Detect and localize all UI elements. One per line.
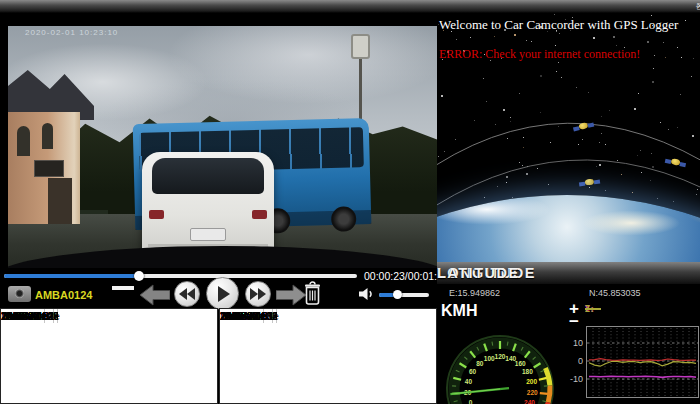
rewind-button[interactable] xyxy=(174,281,200,307)
svg-text:200: 200 xyxy=(526,378,537,385)
previous-file-button[interactable] xyxy=(140,284,170,306)
rewind-icon xyxy=(178,287,196,301)
video-scene-road-sign xyxy=(351,34,370,59)
svg-text:220: 220 xyxy=(527,389,538,396)
coordinates-bar: LONGITUDE LATITUDE xyxy=(437,262,700,284)
arrow-right-icon xyxy=(276,284,306,306)
current-file-label: AMBA0124 xyxy=(35,289,92,301)
video-scene-car-plate xyxy=(190,228,226,241)
video-scene-church-window xyxy=(17,126,30,156)
file-table-right: File NameDateTimeGPS FileAMBA01302020-02… xyxy=(219,308,437,404)
y-axis-tick-label: -10 xyxy=(569,374,583,384)
trash-icon xyxy=(304,281,321,305)
svg-text:120: 120 xyxy=(495,353,506,360)
car-camcorder-app: — ▢ ✕ 2020-02-01 10:2 xyxy=(0,0,700,404)
table-cell: Available xyxy=(220,309,266,322)
volume-mute-button[interactable] xyxy=(359,287,375,301)
video-scene-church-door xyxy=(48,178,72,224)
delete-button[interactable] xyxy=(304,281,321,305)
file-table-left: File NameDateTimeGPS FileAMBA01242020-02… xyxy=(0,308,218,404)
svg-text:180: 180 xyxy=(522,368,533,375)
svg-text:40: 40 xyxy=(465,378,473,385)
speed-unit-label: KMH xyxy=(441,302,477,320)
table-cell: Unavailable xyxy=(1,309,60,322)
fast-forward-button[interactable] xyxy=(245,281,271,307)
seek-bar-fill xyxy=(4,274,139,278)
window-titlebar: — ▢ ✕ xyxy=(0,0,700,13)
video-scene-car-taillight xyxy=(252,210,267,219)
svg-text:60: 60 xyxy=(469,368,477,375)
longitude-value: E:15.949862 xyxy=(449,288,500,298)
time-display: 00:00:23/00:01:00 xyxy=(364,270,449,282)
svg-text:80: 80 xyxy=(476,360,484,367)
latitude-value: N:45.853035 xyxy=(589,288,641,298)
svg-text:0: 0 xyxy=(469,399,473,404)
error-message: ERROR: Check your internet connection! xyxy=(439,47,698,62)
volume-slider-handle[interactable] xyxy=(393,290,402,299)
welcome-title: Welcome to Car Camcorder with GPS Logger xyxy=(439,17,698,33)
seek-bar[interactable] xyxy=(4,274,357,278)
accelerometer-chart xyxy=(586,326,699,398)
play-button[interactable] xyxy=(206,277,239,310)
svg-text:100: 100 xyxy=(484,355,495,362)
speedometer-gauge: 020406080100120140160180200220240 xyxy=(441,323,559,404)
latitude-label: LATITUDE xyxy=(437,265,520,281)
chart-zoom-out-button[interactable]: − xyxy=(569,315,579,329)
svg-text:240: 240 xyxy=(524,399,535,404)
video-player-view: 2020-02-01 10:23:10 xyxy=(8,26,437,268)
video-scene-church-window xyxy=(42,123,53,149)
gps-starfield-panel: Welcome to Car Camcorder with GPS Logger… xyxy=(437,13,700,262)
y-axis-tick-label: 10 xyxy=(569,338,583,348)
legend-line xyxy=(585,308,601,310)
video-scene-church-sign xyxy=(34,160,64,177)
volume-slider[interactable] xyxy=(379,293,429,297)
fast-forward-icon xyxy=(249,287,267,301)
play-icon xyxy=(215,285,231,303)
video-scene-car-taillight xyxy=(149,210,164,219)
next-file-button[interactable] xyxy=(276,284,306,306)
speaker-icon xyxy=(359,287,375,301)
video-scene-car-window xyxy=(152,158,264,194)
close-button[interactable]: ✕ xyxy=(696,2,700,11)
seek-bar-handle[interactable] xyxy=(134,271,144,281)
snapshot-camera-icon[interactable] xyxy=(8,286,31,302)
arrow-left-icon xyxy=(140,284,170,306)
svg-text:160: 160 xyxy=(515,360,526,367)
video-timestamp-overlay: 2020-02-01 10:23:10 xyxy=(25,28,118,37)
y-axis-tick-label: 0 xyxy=(569,356,583,366)
